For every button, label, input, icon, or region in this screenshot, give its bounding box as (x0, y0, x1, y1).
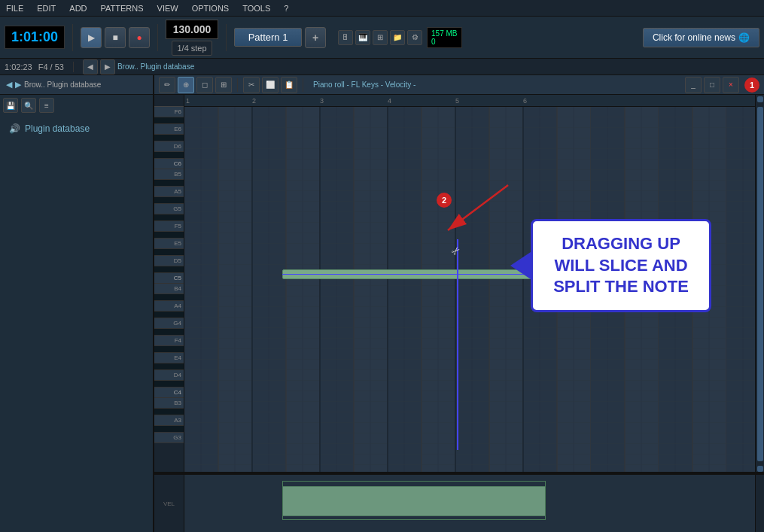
sidebar-back-icon[interactable]: ◀ (6, 80, 12, 90)
key-d5[interactable]: D5 (154, 256, 184, 266)
stop-button[interactable]: ■ (105, 27, 126, 48)
key-cs4[interactable] (154, 381, 184, 388)
velocity-area[interactable] (184, 473, 755, 532)
key-db4[interactable] (154, 363, 184, 370)
key-ab5[interactable] (154, 197, 184, 204)
key-g5[interactable]: G5 (154, 204, 184, 214)
key-a3[interactable]: A3 (154, 415, 184, 426)
key-d4[interactable]: D4 (154, 370, 184, 381)
pr-cut-icon[interactable]: ✂ (243, 77, 260, 93)
key-ab3[interactable] (154, 426, 184, 433)
pr-paste-icon[interactable]: 📋 (281, 77, 297, 93)
key-b4[interactable]: B4 (154, 284, 184, 294)
key-cs5[interactable] (154, 266, 184, 273)
key-bb4[interactable] (154, 294, 184, 301)
key-b5[interactable]: B5 (154, 169, 184, 180)
menu-add[interactable]: ADD (66, 2, 90, 14)
pr-zoom-tool[interactable]: ⊞ (215, 77, 232, 93)
key-cs6[interactable] (154, 152, 184, 159)
key-e6[interactable]: E6 (154, 124, 184, 135)
grid-area[interactable]: 1 2 3 4 5 6 (184, 95, 755, 472)
key-f5[interactable]: F5 (154, 221, 184, 232)
key-e4b[interactable] (154, 346, 184, 353)
pattern-display[interactable]: Pattern 1 (234, 28, 302, 47)
pr-copy-icon[interactable]: ⬜ (262, 77, 279, 93)
key-e5[interactable]: E5 (154, 239, 184, 249)
browser-icon[interactable]: 📁 (390, 30, 405, 45)
key-db5[interactable] (154, 249, 184, 256)
key-g3[interactable]: G3 (154, 433, 184, 443)
key-e4[interactable]: E4 (154, 353, 184, 363)
plugin-icon[interactable]: ⚙ (407, 30, 422, 45)
pr-minimize-btn[interactable]: _ (685, 77, 702, 93)
menu-help[interactable]: ? (281, 2, 291, 14)
annotation-badge-2: 2 (437, 193, 452, 208)
mixer-icon[interactable]: 🎚 (338, 30, 353, 45)
bpm-display[interactable]: 130.000 (166, 20, 218, 39)
key-c6[interactable]: C6 (154, 159, 184, 169)
browse-back-icon[interactable]: ◀ (83, 59, 98, 74)
key-gb5[interactable] (154, 214, 184, 221)
pr-draw-tool[interactable]: ✏ (159, 77, 175, 93)
menu-options[interactable]: OPTIONS (189, 2, 233, 14)
key-e6b[interactable] (154, 117, 184, 124)
record-button[interactable]: ● (129, 27, 150, 48)
key-g4[interactable]: G4 (154, 318, 184, 329)
pr-maximize-btn[interactable]: □ (704, 77, 720, 93)
sidebar-title: Brow.. Plugin database (24, 81, 101, 89)
ruler-bar: 1 2 3 4 5 6 (184, 95, 755, 107)
key-c5[interactable]: C5 (154, 273, 184, 284)
menu-edit[interactable]: EDIT (34, 2, 59, 14)
note-c5[interactable] (282, 269, 546, 279)
sidebar-menu-icon[interactable]: ≡ (39, 98, 54, 113)
scroll-up-btn[interactable] (757, 96, 763, 102)
scrollbar-vertical-bottom[interactable] (755, 473, 764, 532)
key-f4[interactable]: F4 (154, 336, 184, 346)
menu-patterns[interactable]: PATTERNS (98, 2, 147, 14)
step-seq-icon[interactable]: ⊞ (373, 30, 388, 45)
annotation-badge-1: 1 (744, 78, 759, 93)
transport-controls: ▶ ■ ● (81, 27, 150, 48)
key-f6[interactable]: F6 (154, 107, 184, 117)
ruler-mark-3: 3 (320, 97, 324, 105)
velocity-label: VEL (154, 473, 184, 532)
piano-icon[interactable]: 🎹 (355, 30, 370, 45)
key-c4[interactable]: C4 (154, 388, 184, 398)
scissors-cursor: ✂ (449, 239, 470, 260)
key-db6[interactable] (154, 135, 184, 141)
menu-view[interactable]: VIEW (154, 2, 181, 14)
online-news-button[interactable]: Click for online news 🌐 (643, 28, 759, 47)
plugin-database-item[interactable]: 🔊 Plugin database (5, 120, 148, 137)
transport-toolbar-icons: 🎚 🎹 ⊞ 📁 ⚙ (338, 30, 422, 45)
scroll-down-btn[interactable] (757, 466, 763, 472)
key-bb3[interactable] (154, 409, 184, 415)
play-button[interactable]: ▶ (81, 27, 102, 48)
scroll-thumb[interactable] (757, 107, 763, 461)
scrollbar-vertical[interactable] (755, 95, 764, 472)
menu-tools[interactable]: TOOLS (239, 2, 273, 14)
step-display[interactable]: 1/4 step (172, 41, 212, 56)
key-b3[interactable]: B3 (154, 398, 184, 409)
pr-title: Piano roll - FL Keys - Velocity - (309, 79, 420, 90)
browse-label[interactable]: Brow.. Plugin database (117, 62, 194, 71)
pr-select-tool[interactable]: ⊕ (178, 77, 194, 93)
sidebar-fwd-icon[interactable]: ▶ (15, 80, 21, 90)
memory-display: 157 MB 0 (427, 27, 461, 48)
key-a5[interactable]: A5 (154, 187, 184, 197)
pr-tool-sep2 (303, 78, 303, 92)
key-a4[interactable]: A4 (154, 301, 184, 312)
key-gb4[interactable] (154, 329, 184, 336)
pr-erase-tool[interactable]: ◻ (196, 77, 213, 93)
pr-body: F6 E6 D6 C6 B5 A5 G5 F5 E5 (154, 95, 764, 532)
pattern-add-button[interactable]: + (305, 27, 326, 48)
key-d6[interactable]: D6 (154, 141, 184, 152)
key-e5b[interactable] (154, 232, 184, 239)
sidebar-save-icon[interactable]: 💾 (3, 98, 18, 113)
browse-fwd-icon[interactable]: ▶ (100, 59, 115, 74)
pr-main-row: F6 E6 D6 C6 B5 A5 G5 F5 E5 (154, 95, 764, 472)
sidebar-search-icon[interactable]: 🔍 (21, 98, 36, 113)
menu-file[interactable]: FILE (3, 2, 26, 14)
key-ab4[interactable] (154, 312, 184, 318)
pr-close-btn[interactable]: × (723, 77, 739, 93)
key-bb5[interactable] (154, 180, 184, 187)
